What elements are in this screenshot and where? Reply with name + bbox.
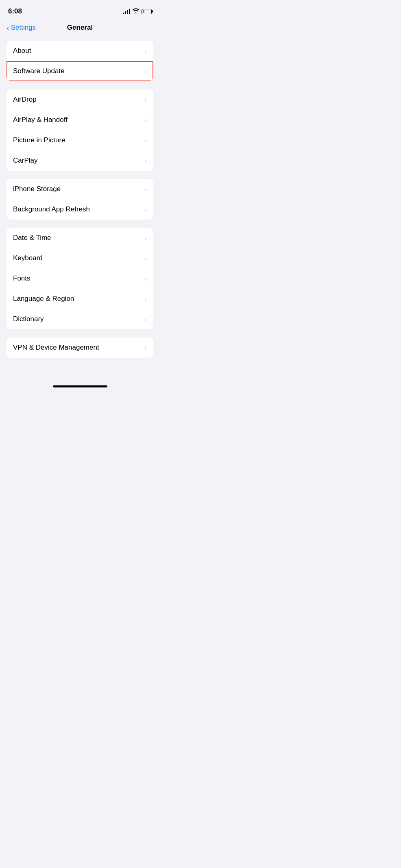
signal-icon (123, 9, 130, 14)
settings-item-vpn-device-management[interactable]: VPN & Device Management› (7, 337, 153, 358)
settings-item-about[interactable]: About› (7, 41, 153, 61)
item-label-fonts: Fonts (13, 274, 31, 283)
settings-item-software-update[interactable]: Software Update› (7, 61, 153, 81)
item-label-date-time: Date & Time (13, 234, 51, 242)
chevron-right-icon: › (145, 186, 147, 193)
settings-section-section-airdrop-carplay: AirDrop›AirPlay & Handoff›Picture in Pic… (7, 89, 153, 171)
settings-item-iphone-storage[interactable]: iPhone Storage› (7, 179, 153, 199)
settings-item-dictionary[interactable]: Dictionary› (7, 309, 153, 329)
item-label-language-region: Language & Region (13, 295, 74, 303)
nav-title: General (67, 24, 93, 32)
content: About›Software Update›AirDrop›AirPlay & … (0, 37, 160, 382)
chevron-right-icon: › (145, 296, 147, 302)
item-label-vpn-device-management: VPN & Device Management (13, 344, 99, 352)
chevron-right-icon: › (145, 344, 147, 351)
chevron-right-icon: › (145, 157, 147, 164)
item-label-keyboard: Keyboard (13, 254, 43, 262)
battery-fill (143, 10, 144, 13)
item-label-software-update: Software Update (13, 67, 65, 75)
settings-item-language-region[interactable]: Language & Region› (7, 289, 153, 309)
back-button[interactable]: ‹ Settings (7, 24, 36, 32)
settings-section-section-date-dictionary: Date & Time›Keyboard›Fonts›Language & Re… (7, 228, 153, 329)
settings-item-airdrop[interactable]: AirDrop› (7, 89, 153, 110)
chevron-right-icon: › (145, 316, 147, 323)
chevron-right-icon: › (145, 117, 147, 124)
settings-section-section-vpn: VPN & Device Management› (7, 337, 153, 358)
status-icons (123, 8, 152, 15)
settings-item-fonts[interactable]: Fonts› (7, 268, 153, 289)
chevron-right-icon: › (145, 96, 147, 103)
wifi-icon (133, 8, 139, 15)
nav-bar: ‹ Settings General (0, 20, 160, 37)
chevron-right-icon: › (145, 206, 147, 213)
item-label-airdrop: AirDrop (13, 96, 37, 104)
chevron-right-icon: › (145, 137, 147, 144)
settings-section-section-storage-refresh: iPhone Storage›Background App Refresh› (7, 179, 153, 220)
settings-item-background-app-refresh[interactable]: Background App Refresh› (7, 199, 153, 220)
item-label-airplay-handoff: AirPlay & Handoff (13, 116, 68, 124)
item-label-dictionary: Dictionary (13, 315, 44, 323)
item-label-carplay: CarPlay (13, 157, 37, 165)
item-label-iphone-storage: iPhone Storage (13, 185, 61, 193)
settings-item-keyboard[interactable]: Keyboard› (7, 248, 153, 268)
chevron-right-icon: › (145, 48, 147, 54)
item-label-picture-in-picture: Picture in Picture (13, 136, 65, 144)
settings-item-picture-in-picture[interactable]: Picture in Picture› (7, 130, 153, 150)
chevron-right-icon: › (145, 255, 147, 262)
battery-icon (142, 9, 152, 14)
settings-item-date-time[interactable]: Date & Time› (7, 228, 153, 248)
settings-section-section-about-update: About›Software Update› (7, 41, 153, 81)
settings-item-airplay-handoff[interactable]: AirPlay & Handoff› (7, 110, 153, 130)
item-label-about: About (13, 47, 31, 55)
item-label-background-app-refresh: Background App Refresh (13, 205, 90, 213)
chevron-right-icon: › (145, 235, 147, 241)
back-chevron-icon: ‹ (7, 24, 9, 32)
back-label: Settings (11, 24, 36, 32)
home-indicator (53, 385, 107, 387)
chevron-right-icon: › (145, 68, 147, 75)
chevron-right-icon: › (145, 275, 147, 282)
settings-item-carplay[interactable]: CarPlay› (7, 150, 153, 171)
status-time: 6:08 (8, 7, 22, 15)
status-bar: 6:08 (0, 0, 160, 20)
